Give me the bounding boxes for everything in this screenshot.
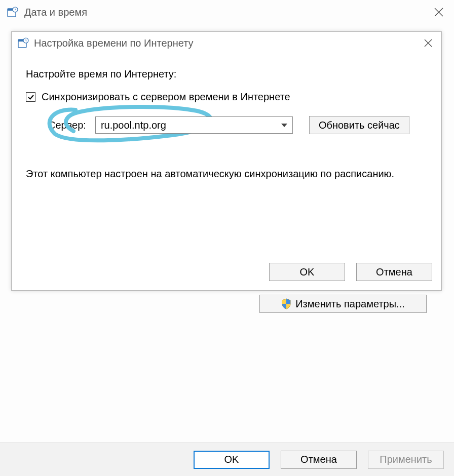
server-combobox[interactable]: ru.pool.ntp.org xyxy=(95,116,293,134)
outer-title: Дата и время xyxy=(24,7,87,18)
outer-apply-button: Применить xyxy=(368,451,444,469)
inner-button-bar: OK Отмена xyxy=(269,263,432,281)
sync-checkbox-label: Синхронизировать с сервером времени в Ин… xyxy=(42,91,290,103)
sync-status-text: Этот компьютер настроен на автоматическу… xyxy=(26,167,427,181)
inner-body: Настройте время по Интернету: Синхронизи… xyxy=(26,68,427,255)
calendar-clock-icon xyxy=(18,37,29,49)
update-now-button[interactable]: Обновить сейчас xyxy=(309,116,409,134)
sync-checkbox-row: Синхронизировать с сервером времени в Ин… xyxy=(26,91,427,103)
calendar-clock-icon xyxy=(7,7,18,18)
chevron-down-icon xyxy=(281,124,287,127)
inner-title: Настройка времени по Интернету xyxy=(34,37,194,49)
inner-titlebar: Настройка времени по Интернету xyxy=(12,32,441,54)
inner-cancel-button[interactable]: Отмена xyxy=(356,263,432,281)
inner-close-button[interactable] xyxy=(418,34,438,52)
shield-icon xyxy=(281,298,291,309)
dialog-heading: Настройте время по Интернету: xyxy=(26,68,427,80)
change-settings-label: Изменить параметры... xyxy=(295,298,405,310)
server-value: ru.pool.ntp.org xyxy=(101,120,277,131)
server-row: Сервер: ru.pool.ntp.org Обновить сейчас xyxy=(48,116,427,134)
outer-close-button[interactable] xyxy=(428,2,450,22)
outer-button-bar: OK Отмена Применить xyxy=(0,443,454,476)
change-settings-button[interactable]: Изменить параметры... xyxy=(259,295,427,313)
outer-ok-button[interactable]: OK xyxy=(194,451,270,469)
date-time-window: Дата и время Изменить параметры... OK От… xyxy=(0,0,454,476)
sync-checkbox[interactable] xyxy=(26,92,35,102)
outer-titlebar: Дата и время xyxy=(0,0,454,24)
outer-cancel-button[interactable]: Отмена xyxy=(281,451,357,469)
internet-time-dialog: Настройка времени по Интернету Настройте… xyxy=(11,31,442,291)
inner-ok-button[interactable]: OK xyxy=(269,263,345,281)
server-label: Сервер: xyxy=(48,120,86,131)
